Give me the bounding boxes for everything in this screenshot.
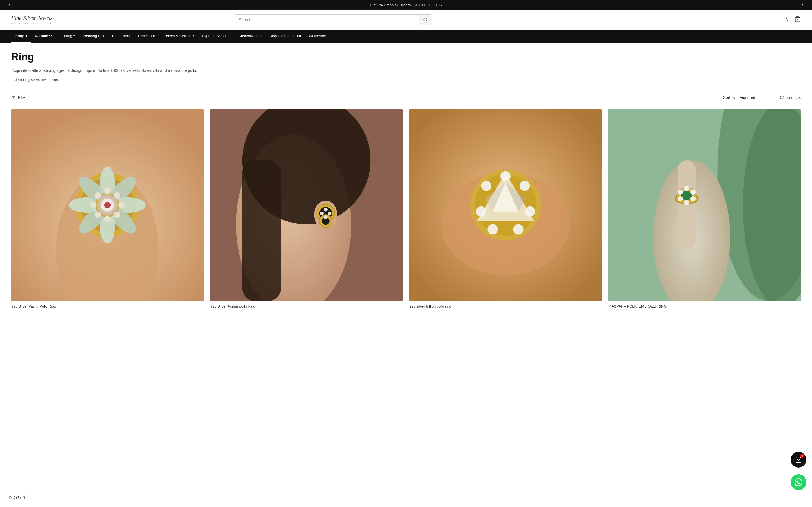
svg-point-26 — [104, 216, 111, 222]
product-card-4[interactable]: MASPARA POLKI EMERALD RING — [608, 109, 801, 309]
page-description-1: Exquisite craftmanship, gorgeous design … — [11, 67, 801, 74]
product-name-4: MASPARA POLKI EMERALD RING — [608, 304, 801, 309]
products-count: 54 products — [780, 95, 801, 100]
svg-line-1 — [426, 20, 427, 21]
svg-point-0 — [424, 18, 427, 21]
product-image-2 — [210, 109, 403, 301]
svg-rect-33 — [243, 160, 281, 301]
logo-subtitle: BY RUHANI JEWELLERS — [11, 22, 56, 25]
nav-item-celebs-collabs[interactable]: Celebs & Collabs ▾ — [160, 30, 198, 43]
filter-sort-bar: Filter Sort by: Featured Price: Low to H… — [11, 92, 801, 103]
chevron-down-icon: ▾ — [73, 34, 75, 38]
announcement-bar: ‹ Flat 5% Off on all Orders | USE CODE -… — [0, 0, 812, 10]
svg-point-54 — [500, 171, 511, 181]
site-header: Fine Silver Jewels BY RUHANI JEWELLERS — [0, 10, 812, 30]
chevron-down-icon: ▾ — [51, 34, 52, 38]
chevron-down-icon: ▾ — [193, 34, 194, 38]
product-name-1: 925 Silver Vashti Polki Ring — [11, 304, 204, 309]
nav-item-shop[interactable]: Shop ▾ — [11, 30, 31, 43]
sort-label: Sort by: — [723, 95, 737, 100]
search-button[interactable] — [419, 15, 432, 25]
svg-point-40 — [327, 211, 332, 215]
sort-select[interactable]: Featured Price: Low to High Price: High … — [740, 95, 777, 100]
svg-point-67 — [691, 189, 696, 194]
svg-point-2 — [784, 17, 786, 18]
svg-point-23 — [114, 192, 120, 199]
search-input[interactable] — [235, 15, 419, 25]
product-card-1[interactable]: 925 Silver Vashti Polki Ring — [11, 109, 204, 309]
nav-item-bestsellers[interactable]: Bestsellers — [108, 30, 134, 43]
svg-point-29 — [95, 192, 101, 199]
logo-name: Fine Silver Jewels — [11, 15, 56, 21]
announcement-prev-button[interactable]: ‹ — [6, 2, 13, 8]
search-box — [235, 14, 432, 25]
logo[interactable]: Fine Silver Jewels BY RUHANI JEWELLERS — [11, 15, 56, 25]
svg-point-24 — [118, 202, 125, 208]
sort-container: Sort by: Featured Price: Low to High Pri… — [723, 95, 801, 100]
product-name-2: 925 Silver Amber polki Ring — [210, 304, 403, 309]
header-icons — [783, 16, 801, 24]
svg-point-25 — [114, 211, 120, 218]
svg-point-39 — [320, 211, 324, 215]
svg-point-51 — [525, 206, 535, 216]
svg-point-27 — [95, 211, 101, 218]
sort-wrapper: Featured Price: Low to High Price: High … — [740, 95, 777, 100]
main-nav: Shop ▾ Necklace ▾ Earring ▾ Wedding Edit… — [0, 30, 812, 43]
svg-point-70 — [684, 186, 689, 191]
nav-item-earring[interactable]: Earring ▾ — [56, 30, 79, 43]
svg-point-41 — [324, 208, 327, 212]
svg-point-53 — [513, 224, 523, 234]
nav-item-express-shipping[interactable]: Express Shipping — [198, 30, 234, 43]
main-content: Ring Exquisite craftmanship, gorgeous de… — [0, 43, 812, 318]
svg-point-69 — [691, 196, 696, 201]
nav-item-video-call[interactable]: Request Video Call — [266, 30, 305, 43]
svg-point-49 — [520, 180, 530, 191]
announcement-next-button[interactable]: › — [799, 2, 806, 8]
account-button[interactable] — [783, 16, 789, 24]
filter-label: Filter — [18, 95, 27, 100]
cart-button[interactable] — [795, 16, 801, 24]
search-container — [235, 14, 432, 25]
product-card-3[interactable]: 925 silver trillion polki ring — [409, 109, 602, 309]
svg-point-48 — [481, 180, 492, 191]
svg-point-21 — [104, 202, 111, 208]
chevron-down-icon: ▾ — [26, 34, 27, 38]
product-image-3 — [409, 109, 602, 301]
svg-point-52 — [488, 224, 498, 234]
filter-button[interactable]: Filter — [11, 95, 27, 100]
nav-item-necklace[interactable]: Necklace ▾ — [31, 30, 56, 43]
svg-point-71 — [684, 200, 689, 205]
page-description-2: Indian ring sizes mentioned — [11, 76, 801, 83]
product-grid: 925 Silver Vashti Polki Ring — [11, 109, 801, 309]
nav-item-wholesale[interactable]: Wholesale — [305, 30, 330, 43]
nav-item-wedding-edit[interactable]: Wedding Edit — [79, 30, 108, 43]
svg-point-22 — [104, 187, 111, 194]
product-image-1 — [11, 109, 204, 301]
svg-point-66 — [678, 189, 683, 194]
svg-point-28 — [90, 202, 97, 208]
product-card-2[interactable]: 925 Silver Amber polki Ring — [210, 109, 403, 309]
product-name-3: 925 silver trillion polki ring — [409, 304, 602, 309]
nav-item-under-10k[interactable]: Under 10K — [134, 30, 160, 43]
announcement-text: Flat 5% Off on all Orders | USE CODE - H… — [370, 3, 442, 7]
svg-point-68 — [678, 196, 683, 201]
nav-item-customization[interactable]: Customization — [235, 30, 266, 43]
page-title: Ring — [11, 51, 801, 63]
product-image-4 — [608, 109, 801, 301]
svg-point-50 — [476, 206, 486, 216]
svg-point-42 — [324, 215, 327, 219]
